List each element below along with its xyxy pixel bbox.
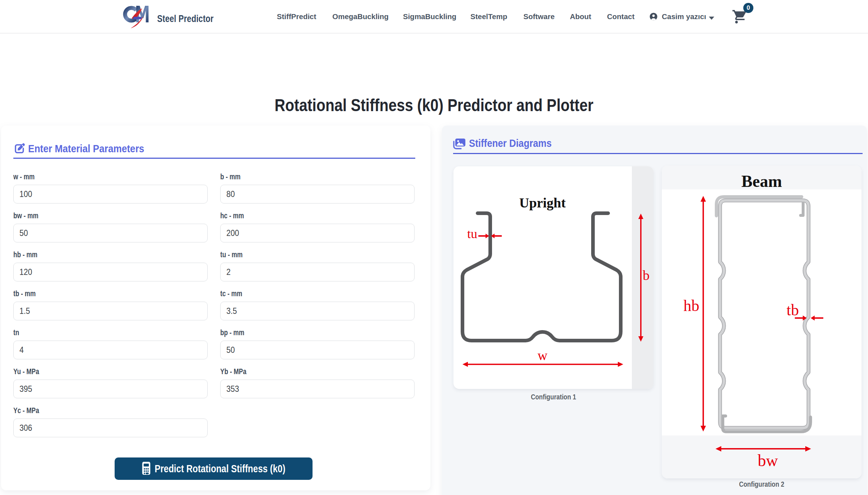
svg-text:hb: hb <box>683 297 699 315</box>
svg-text:Beam: Beam <box>741 172 782 190</box>
svg-text:tu: tu <box>467 227 477 241</box>
svg-text:w: w <box>537 348 548 363</box>
svg-text:b: b <box>643 268 650 283</box>
svg-text:Upright: Upright <box>519 195 566 210</box>
svg-text:tb: tb <box>787 301 799 319</box>
svg-text:bw: bw <box>758 451 778 470</box>
